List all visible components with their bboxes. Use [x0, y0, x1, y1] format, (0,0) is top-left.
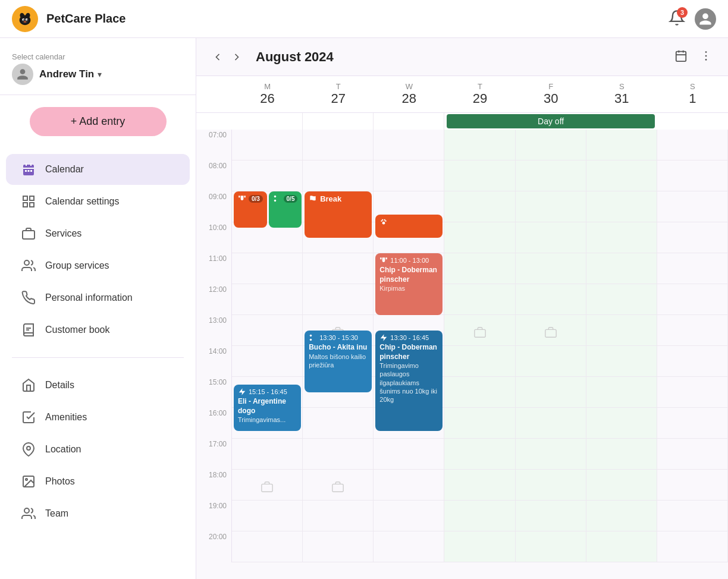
day-cell-7-14:00[interactable]: [657, 346, 728, 377]
day-cell-6-18:00[interactable]: [586, 470, 657, 501]
day-cell-2-16:00[interactable]: [303, 408, 374, 439]
day-cell-7-12:00[interactable]: [657, 284, 728, 315]
day-cell-7-20:00[interactable]: [657, 531, 728, 562]
sidebar-item-location[interactable]: Location: [6, 434, 190, 465]
day-cell-1-13:00[interactable]: [232, 315, 303, 346]
day-cell-6-20:00[interactable]: [586, 531, 657, 562]
day-cell-3-07:00[interactable]: [374, 130, 444, 161]
day-cell-3-20:00[interactable]: [374, 531, 444, 562]
day-cell-2-08:00[interactable]: [303, 161, 374, 191]
day-cell-1-08:00[interactable]: [232, 161, 303, 191]
calendar-event-3[interactable]: [375, 215, 443, 238]
day-cell-6-13:00[interactable]: [586, 315, 657, 346]
day-cell-7-11:00[interactable]: [657, 253, 728, 284]
day-cell-1-07:00[interactable]: [232, 130, 303, 161]
day-cell-5-18:00[interactable]: [516, 470, 586, 501]
calendar-event-5[interactable]: 13:30 - 15:30Bucho - Akita inuMaltos biš…: [305, 331, 372, 392]
day-cell-5-16:00[interactable]: [516, 408, 586, 439]
calendar-event-7[interactable]: 15:15 - 16:45Eli - Argentine dogoTriming…: [234, 385, 301, 431]
day-cell-7-08:00[interactable]: [657, 161, 728, 191]
day-cell-2-11:00[interactable]: [303, 253, 374, 284]
day-cell-3-19:00[interactable]: [374, 501, 444, 531]
day-cell-4-10:00[interactable]: [444, 222, 515, 253]
day-cell-4-15:00[interactable]: [444, 377, 515, 408]
day-cell-5-08:00[interactable]: [516, 161, 586, 191]
sidebar-item-details[interactable]: Details: [6, 370, 190, 401]
day-cell-4-14:00[interactable]: [444, 346, 515, 377]
user-select[interactable]: Andrew Tin ▾: [12, 64, 184, 85]
day-cell-5-20:00[interactable]: [516, 531, 586, 562]
day-cell-2-12:00[interactable]: [303, 284, 374, 315]
day-cell-4-07:00[interactable]: [444, 130, 515, 161]
sidebar-item-group-services[interactable]: Group services: [6, 250, 190, 281]
day-cell-4-13:00[interactable]: [444, 315, 515, 346]
day-cell-3-18:00[interactable]: [374, 470, 444, 501]
day-cell-6-17:00[interactable]: [586, 439, 657, 470]
day-cell-1-18:00[interactable]: [232, 470, 303, 501]
day-cell-6-15:00[interactable]: [586, 377, 657, 408]
more-options-button[interactable]: [696, 46, 716, 68]
day-cell-4-16:00[interactable]: [444, 408, 515, 439]
calendar-grid-wrapper[interactable]: 07:0008:0009:0010:0011:0012:0013:0014:00…: [196, 130, 728, 579]
sidebar-item-calendar-settings[interactable]: Calendar settings: [6, 186, 190, 217]
day-cell-4-20:00[interactable]: [444, 531, 515, 562]
notification-button[interactable]: 3: [669, 10, 685, 29]
calendar-event-6[interactable]: 13:30 - 16:45Chip - Doberman pinscherTri…: [375, 331, 443, 431]
day-cell-2-17:00[interactable]: [303, 439, 374, 470]
day-cell-6-11:00[interactable]: [586, 253, 657, 284]
day-cell-6-14:00[interactable]: [586, 346, 657, 377]
day-cell-1-17:00[interactable]: [232, 439, 303, 470]
user-avatar-button[interactable]: [695, 8, 716, 30]
calendar-event-4[interactable]: 11:00 - 13:00Chip - Doberman pinscherKir…: [375, 253, 443, 315]
day-cell-2-19:00[interactable]: [303, 501, 374, 531]
day-cell-1-20:00[interactable]: [232, 531, 303, 562]
day-cell-6-19:00[interactable]: [586, 501, 657, 531]
day-cell-4-19:00[interactable]: [444, 501, 515, 531]
day-cell-4-09:00[interactable]: [444, 191, 515, 222]
day-cell-5-12:00[interactable]: [516, 284, 586, 315]
day-cell-3-17:00[interactable]: [374, 439, 444, 470]
sidebar-item-customer-book[interactable]: Customer book: [6, 314, 190, 345]
day-cell-6-08:00[interactable]: [586, 161, 657, 191]
day-cell-4-17:00[interactable]: [444, 439, 515, 470]
day-cell-1-14:00[interactable]: [232, 346, 303, 377]
day-cell-5-19:00[interactable]: [516, 501, 586, 531]
day-cell-2-20:00[interactable]: [303, 531, 374, 562]
day-cell-2-18:00[interactable]: [303, 470, 374, 501]
day-cell-5-15:00[interactable]: [516, 377, 586, 408]
day-cell-4-11:00[interactable]: [444, 253, 515, 284]
day-cell-7-10:00[interactable]: [657, 222, 728, 253]
day-cell-5-14:00[interactable]: [516, 346, 586, 377]
day-cell-7-13:00[interactable]: [657, 315, 728, 346]
sidebar-item-amenities[interactable]: Amenities: [6, 402, 190, 433]
day-cell-6-07:00[interactable]: [586, 130, 657, 161]
day-cell-4-08:00[interactable]: [444, 161, 515, 191]
day-cell-1-12:00[interactable]: [232, 284, 303, 315]
day-cell-6-16:00[interactable]: [586, 408, 657, 439]
day-cell-7-16:00[interactable]: [657, 408, 728, 439]
day-cell-7-09:00[interactable]: [657, 191, 728, 222]
add-entry-button[interactable]: + Add entry: [30, 107, 167, 136]
calendar-event-2[interactable]: Break: [305, 191, 372, 238]
sidebar-item-services[interactable]: Services: [6, 218, 190, 249]
sidebar-item-photos[interactable]: Photos: [6, 466, 190, 497]
day-cell-5-10:00[interactable]: [516, 222, 586, 253]
day-cell-6-09:00[interactable]: [586, 191, 657, 222]
day-cell-7-07:00[interactable]: [657, 130, 728, 161]
sidebar-item-team[interactable]: Team: [6, 498, 190, 529]
day-cell-6-12:00[interactable]: [586, 284, 657, 315]
sidebar-item-calendar[interactable]: Calendar: [6, 154, 190, 185]
day-cell-5-07:00[interactable]: [516, 130, 586, 161]
day-cell-3-08:00[interactable]: [374, 161, 444, 191]
day-cell-5-13:00[interactable]: [516, 315, 586, 346]
day-cell-4-12:00[interactable]: [444, 284, 515, 315]
prev-month-button[interactable]: [208, 48, 227, 67]
day-cell-5-11:00[interactable]: [516, 253, 586, 284]
day-cell-7-19:00[interactable]: [657, 501, 728, 531]
day-cell-7-18:00[interactable]: [657, 470, 728, 501]
day-cell-5-09:00[interactable]: [516, 191, 586, 222]
day-cell-2-07:00[interactable]: [303, 130, 374, 161]
day-cell-7-17:00[interactable]: [657, 439, 728, 470]
calendar-event-0[interactable]: 0/3: [234, 191, 267, 228]
day-cell-7-15:00[interactable]: [657, 377, 728, 408]
